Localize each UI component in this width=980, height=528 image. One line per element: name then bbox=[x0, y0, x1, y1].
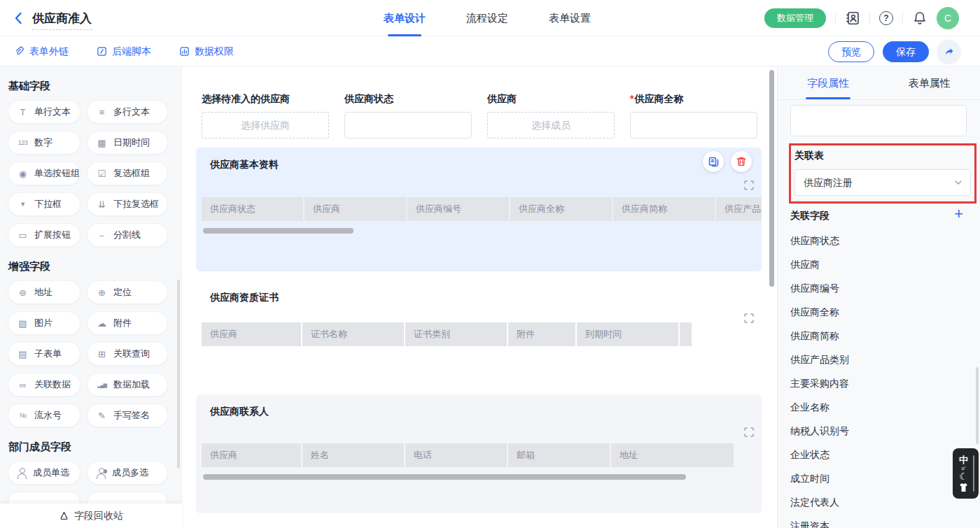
sidebar-item-divider[interactable]: ⎯分割线 bbox=[87, 223, 168, 247]
sidebar-item-single-line-text[interactable]: T单行文本 bbox=[8, 100, 80, 124]
expand-icon[interactable] bbox=[743, 427, 755, 438]
sidebar-item-dropdown[interactable]: ▼下拉框 bbox=[8, 192, 80, 216]
moon-icon[interactable]: ☾ bbox=[959, 471, 968, 482]
image-icon: ▧ bbox=[17, 317, 29, 329]
field-recycle-bin[interactable]: 字段回收站 bbox=[0, 504, 182, 528]
horizontal-scrollbar[interactable] bbox=[203, 228, 354, 234]
tab-workflow[interactable]: 流程设定 bbox=[466, 0, 508, 36]
sidebar-item-subform[interactable]: ▤子表单 bbox=[8, 342, 80, 366]
sidebar-item-number[interactable]: 123数字 bbox=[8, 131, 80, 155]
save-button[interactable]: 保存 bbox=[883, 41, 929, 62]
field-recycle-bin-label: 字段回收站 bbox=[74, 510, 123, 522]
subform-icon: ▤ bbox=[17, 348, 29, 360]
related-field-item[interactable]: 供应商全称 bbox=[790, 300, 974, 324]
related-table-select[interactable]: 供应商注册 bbox=[794, 169, 971, 196]
sidebar-item-checkbox-group[interactable]: ☑复选框组 bbox=[87, 162, 168, 185]
field-input[interactable]: 选择供应商 bbox=[202, 112, 329, 138]
sidebar-item-label: 下拉复选框 bbox=[113, 198, 159, 211]
field-input[interactable] bbox=[630, 112, 757, 138]
tab-field-properties[interactable]: 字段属性 bbox=[778, 66, 879, 99]
canvas-field-3[interactable]: *供应商全称 bbox=[630, 93, 757, 138]
tab-form-properties[interactable]: 表单属性 bbox=[879, 66, 980, 99]
sidebar-item-serial-number[interactable]: №流水号 bbox=[8, 404, 80, 427]
sidebar-item-label: 数据加载 bbox=[113, 378, 150, 391]
sidebar-item-multi-line-text[interactable]: ≡多行文本 bbox=[87, 100, 168, 124]
sidebar-group-title: 基础字段 bbox=[8, 80, 181, 93]
canvas-field-1[interactable]: 供应商状态 bbox=[344, 93, 472, 138]
data-load-icon: ▂▄▆ bbox=[96, 379, 108, 391]
related-field-item[interactable]: 供应商简称 bbox=[790, 324, 974, 348]
tab-form-settings[interactable]: 表单设置 bbox=[549, 0, 591, 36]
form-designer-app: 供应商准入 表单设计流程设定表单设置 数据管理 ? C 表单外链后端脚本数据权限… bbox=[0, 0, 980, 528]
sidebar-group-title: 部门成员字段 bbox=[8, 441, 181, 454]
data-manage-button[interactable]: 数据管理 bbox=[764, 8, 826, 28]
sidebar-item-multi-dropdown[interactable]: ⇊下拉复选框 bbox=[87, 192, 168, 216]
related-field-item[interactable]: 供应商状态 bbox=[790, 229, 974, 252]
attachment-icon: ☁ bbox=[96, 317, 108, 329]
sidebar-scrollbar[interactable] bbox=[177, 280, 180, 469]
column-header: 到期时间 bbox=[577, 322, 678, 346]
toolbar-link-1[interactable]: 后端脚本 bbox=[97, 45, 151, 58]
preview-button[interactable]: 预览 bbox=[828, 41, 874, 62]
related-field-item[interactable]: 纳税人识别号 bbox=[790, 419, 974, 443]
sidebar-item-signature[interactable]: ✎手写签名 bbox=[87, 404, 168, 427]
related-field-item[interactable]: 企业名称 bbox=[790, 395, 974, 419]
translate-icon[interactable]: 中 bbox=[959, 455, 968, 465]
subform-section-0[interactable]: 供应商基本资料供应商状态供应商供应商编号供应商全称供应商简称供应产品类别 bbox=[196, 148, 762, 271]
topbar: 供应商准入 表单设计流程设定表单设置 数据管理 ? C bbox=[0, 0, 980, 36]
sidebar-item-image[interactable]: ▧图片 bbox=[8, 311, 80, 335]
panel-scrollbar[interactable] bbox=[976, 367, 979, 444]
help-icon[interactable]: ? bbox=[879, 11, 893, 25]
canvas-field-0[interactable]: 选择待准入的供应商选择供应商 bbox=[202, 93, 329, 138]
related-fields-label: 关联字段 bbox=[790, 210, 830, 222]
sidebar-item-relation-query[interactable]: ⊞关联查询 bbox=[87, 342, 168, 366]
add-related-field-button[interactable]: + bbox=[954, 206, 963, 222]
tab-form-design[interactable]: 表单设计 bbox=[384, 0, 426, 36]
related-field-item[interactable]: 供应产品类别 bbox=[790, 348, 974, 371]
delete-button[interactable] bbox=[731, 151, 752, 172]
sidebar-item-member-single[interactable]: 成员单选 bbox=[8, 461, 80, 485]
field-input[interactable] bbox=[344, 112, 472, 138]
subform-section-1[interactable]: 供应商资质证书供应商证书名称证书类别附件到期时间 bbox=[196, 280, 762, 385]
field-label: *供应商全称 bbox=[630, 93, 757, 106]
sidebar-item-attachment[interactable]: ☁附件 bbox=[87, 311, 168, 335]
description-input[interactable] bbox=[790, 105, 967, 136]
form-canvas: 选择待准入的供应商选择供应商供应商状态供应商选择成员*供应商全称 供应商基本资料… bbox=[182, 66, 777, 528]
copy-button[interactable] bbox=[703, 151, 724, 172]
expand-icon[interactable] bbox=[743, 180, 755, 191]
related-field-item[interactable]: 注册资本 bbox=[790, 514, 974, 528]
sidebar-item-data-load[interactable]: ▂▄▆数据加载 bbox=[87, 373, 168, 397]
toolbar-link-0[interactable]: 表单外链 bbox=[14, 45, 69, 58]
sidebar-item-relation-data[interactable]: ∞关联数据 bbox=[8, 373, 80, 397]
share-button[interactable] bbox=[937, 40, 960, 63]
avatar[interactable]: C bbox=[937, 7, 959, 29]
related-field-item[interactable]: 成立时间 bbox=[790, 466, 974, 490]
sidebar-item-radio-group[interactable]: ◉单选按钮组 bbox=[8, 162, 80, 185]
horizontal-scrollbar[interactable] bbox=[203, 474, 686, 480]
canvas-field-2[interactable]: 供应商选择成员 bbox=[487, 93, 615, 138]
field-label: 选择待准入的供应商 bbox=[202, 93, 329, 106]
sidebar-item-member-multi[interactable]: 成员多选 bbox=[87, 461, 168, 485]
sidebar-item-label: 单行文本 bbox=[34, 106, 71, 118]
column-header: 供应商全称 bbox=[510, 197, 612, 221]
column-header: 供应产品类别 bbox=[716, 197, 762, 221]
contacts-book-icon[interactable] bbox=[845, 10, 860, 26]
related-field-item[interactable]: 供应商 bbox=[790, 252, 974, 276]
related-field-item[interactable]: 法定代表人 bbox=[790, 490, 974, 514]
related-field-item[interactable]: 供应商编号 bbox=[790, 276, 974, 300]
related-field-item[interactable]: 主要采购内容 bbox=[790, 371, 974, 395]
sidebar-item-label: 定位 bbox=[113, 286, 132, 299]
subform-section-2[interactable]: 供应商联系人供应商姓名电话邮箱地址 bbox=[196, 394, 762, 513]
sidebar-item-datetime[interactable]: ▦日期时间 bbox=[87, 131, 168, 155]
sidebar-item-address[interactable]: ⊚地址 bbox=[8, 280, 80, 304]
sidebar-item-extend-button[interactable]: ▭扩展按钮 bbox=[8, 223, 80, 247]
page-title[interactable]: 供应商准入 bbox=[32, 10, 92, 27]
canvas-vertical-scrollbar[interactable] bbox=[769, 70, 774, 287]
related-field-item[interactable]: 企业状态 bbox=[790, 443, 974, 466]
toolbar-link-2[interactable]: 数据权限 bbox=[179, 45, 234, 58]
bell-icon[interactable] bbox=[912, 10, 927, 26]
shirt-icon[interactable] bbox=[958, 483, 969, 492]
field-input[interactable]: 选择成员 bbox=[487, 112, 615, 138]
sidebar-item-location[interactable]: ⊕定位 bbox=[87, 280, 168, 304]
back-icon[interactable] bbox=[11, 10, 27, 26]
